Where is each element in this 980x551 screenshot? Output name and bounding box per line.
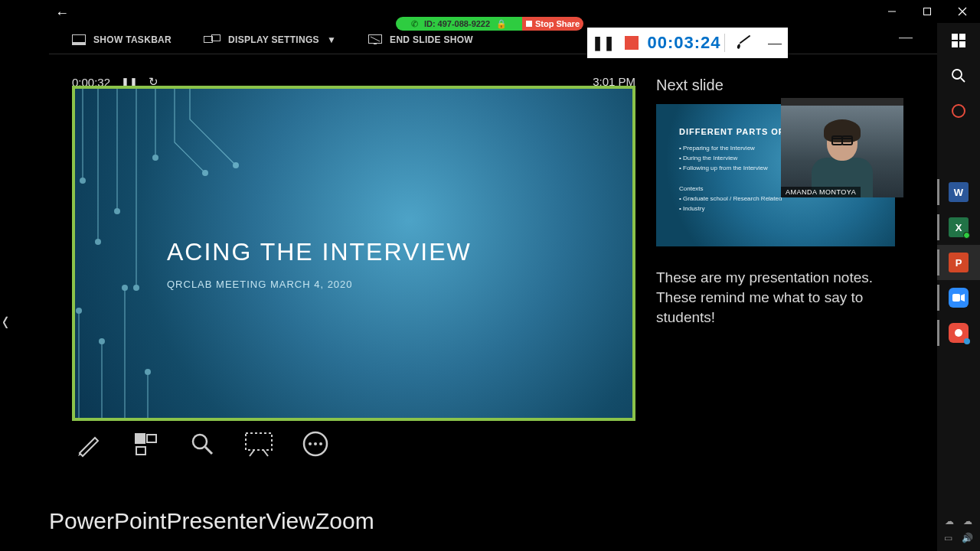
window-minimize-button[interactable] bbox=[874, 0, 910, 23]
display-settings-button[interactable]: DISPLAY SETTINGS ▼ bbox=[204, 34, 336, 45]
word-icon: W bbox=[949, 182, 969, 202]
svg-rect-22 bbox=[135, 433, 145, 444]
slide-tools bbox=[72, 427, 332, 461]
taskbar-app-excel[interactable]: X bbox=[937, 210, 980, 245]
zoom-meeting-id[interactable]: ✆ ID: 497-088-9222 🔒 bbox=[396, 17, 522, 31]
excel-icon: X bbox=[949, 217, 969, 237]
svg-point-25 bbox=[193, 435, 207, 448]
svg-point-15 bbox=[152, 155, 158, 161]
svg-rect-35 bbox=[959, 34, 965, 40]
svg-point-21 bbox=[233, 162, 239, 168]
system-tray: ☁ ☁ ▭ 🔊 bbox=[944, 516, 973, 551]
svg-rect-1 bbox=[924, 8, 931, 15]
svg-point-16 bbox=[76, 308, 82, 314]
svg-rect-27 bbox=[246, 433, 272, 450]
tray-sync-icon[interactable]: ☁ bbox=[963, 516, 972, 527]
record-indicator[interactable] bbox=[619, 36, 644, 50]
svg-rect-36 bbox=[952, 41, 958, 47]
switch-monitors-icon bbox=[204, 34, 220, 45]
svg-point-11 bbox=[80, 178, 86, 184]
card-minimize-button[interactable]: — bbox=[762, 35, 788, 51]
svg-point-38 bbox=[952, 70, 962, 79]
zoom-icon bbox=[949, 288, 969, 308]
svg-point-12 bbox=[95, 239, 101, 245]
floating-minimize-icon[interactable]: — bbox=[899, 29, 913, 45]
svg-point-20 bbox=[202, 170, 208, 176]
tray-volume-icon[interactable]: 🔊 bbox=[962, 533, 973, 543]
end-slideshow-label: END SLIDE SHOW bbox=[390, 34, 473, 45]
svg-rect-41 bbox=[952, 294, 960, 302]
phone-icon: ✆ bbox=[411, 19, 418, 29]
windows-taskbar: W X P ☁ ☁ ▭ 🔊 bbox=[937, 23, 980, 551]
pause-button[interactable]: ❚❚ bbox=[587, 34, 619, 51]
previous-slide-button[interactable]: ‹ bbox=[2, 304, 8, 338]
more-options-tool[interactable] bbox=[299, 427, 332, 461]
end-slideshow-button[interactable]: END SLIDE SHOW bbox=[368, 34, 473, 45]
start-button[interactable] bbox=[937, 23, 980, 58]
taskbar-app-word[interactable]: W bbox=[937, 174, 980, 210]
cortana-icon bbox=[951, 103, 966, 119]
svg-point-40 bbox=[952, 105, 965, 117]
recorder-icon bbox=[949, 323, 969, 343]
see-all-slides-tool[interactable] bbox=[129, 427, 162, 461]
presenter-notes: These are my presentation notes. These r… bbox=[656, 268, 893, 328]
webcam-video bbox=[781, 106, 903, 197]
stop-share-button[interactable]: Stop Share bbox=[522, 17, 583, 31]
svg-rect-37 bbox=[959, 41, 965, 47]
zoom-tool[interactable] bbox=[185, 427, 219, 461]
stop-share-label: Stop Share bbox=[535, 19, 580, 28]
list-item: During the Interview bbox=[679, 154, 768, 164]
taskbar-icon bbox=[72, 34, 86, 45]
stop-icon bbox=[526, 21, 532, 27]
svg-point-14 bbox=[133, 285, 139, 291]
slide-title: ACING THE INTERVIEW bbox=[167, 238, 472, 266]
search-icon bbox=[951, 68, 966, 83]
next-slide-contexts-label: Contexts bbox=[679, 185, 704, 192]
next-slide-contexts: Graduate school / Research Related Indus… bbox=[679, 194, 782, 214]
webcam-name-label: AMANDA MONTOYA bbox=[781, 187, 861, 197]
svg-line-9 bbox=[371, 37, 380, 41]
zoom-share-bar: ✆ ID: 497-088-9222 🔒 Stop Share bbox=[396, 17, 583, 31]
windows-icon bbox=[952, 34, 965, 47]
window-close-button[interactable] bbox=[945, 0, 980, 23]
webcam-titlebar bbox=[781, 98, 903, 106]
search-button[interactable] bbox=[937, 58, 980, 93]
svg-point-33 bbox=[319, 442, 322, 445]
svg-rect-6 bbox=[204, 36, 213, 42]
display-settings-label: DISPLAY SETTINGS bbox=[228, 34, 319, 45]
svg-point-31 bbox=[309, 442, 312, 445]
brush-button[interactable] bbox=[725, 34, 762, 51]
svg-point-13 bbox=[114, 208, 120, 214]
next-slide-label: Next slide bbox=[656, 77, 724, 94]
next-slide-bullets: Preparing for the Interview During the I… bbox=[679, 144, 768, 173]
powerpoint-icon: P bbox=[949, 253, 969, 272]
black-screen-tool[interactable] bbox=[242, 427, 276, 461]
dropdown-caret-icon: ▼ bbox=[327, 34, 336, 45]
webcam-overlay[interactable]: AMANDA MONTOYA bbox=[781, 98, 903, 197]
svg-point-19 bbox=[145, 369, 151, 375]
svg-point-32 bbox=[314, 442, 317, 445]
cortana-button[interactable] bbox=[937, 93, 980, 129]
svg-rect-34 bbox=[952, 34, 958, 40]
taskbar-app-recorder[interactable] bbox=[937, 315, 980, 350]
svg-point-17 bbox=[99, 338, 105, 344]
list-item: Preparing for the Interview bbox=[679, 144, 768, 154]
svg-rect-7 bbox=[212, 34, 220, 41]
svg-line-28 bbox=[250, 450, 254, 456]
pen-tool[interactable] bbox=[72, 427, 106, 461]
svg-point-18 bbox=[122, 285, 128, 291]
lock-icon: 🔒 bbox=[496, 19, 507, 29]
video-caption: PowerPointPresenterViewZoom bbox=[49, 508, 374, 534]
taskbar-app-powerpoint[interactable]: P bbox=[937, 245, 980, 280]
window-maximize-button[interactable] bbox=[910, 0, 945, 23]
svg-line-39 bbox=[961, 78, 965, 82]
svg-line-26 bbox=[205, 447, 212, 454]
show-taskbar-button[interactable]: SHOW TASKBAR bbox=[72, 34, 172, 45]
show-taskbar-label: SHOW TASKBAR bbox=[93, 34, 172, 45]
list-item: Graduate school / Research Related bbox=[679, 194, 782, 204]
zoom-meeting-id-label: ID: 497-088-9222 bbox=[424, 19, 490, 28]
taskbar-app-zoom[interactable] bbox=[937, 280, 980, 315]
tray-cloud-icon[interactable]: ☁ bbox=[945, 516, 954, 527]
tray-battery-icon[interactable]: ▭ bbox=[944, 533, 952, 543]
back-icon[interactable]: ← bbox=[55, 5, 69, 21]
